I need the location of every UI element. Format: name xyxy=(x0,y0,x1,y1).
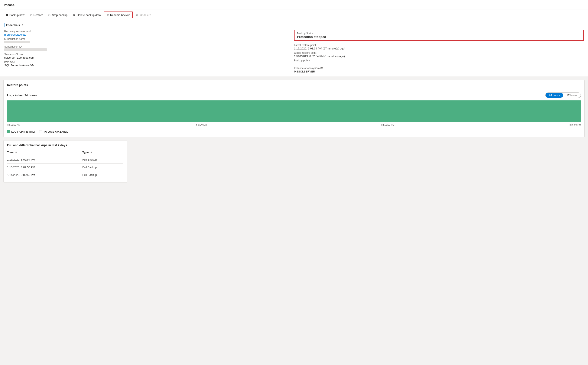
page-title: model xyxy=(0,0,588,10)
restore-points-title: Restore points xyxy=(4,80,584,89)
row-0-time: 1/16/2020, 8:02:54 PM xyxy=(7,156,83,163)
legend-label-log: LOG (POINT IN TIME) xyxy=(11,131,35,133)
oldest-restore-field: Oldest restore point 12/10/2019, 8:02:54… xyxy=(294,51,584,58)
delete-backup-icon: 🗑 xyxy=(73,13,76,17)
row-2-time: 1/14/2020, 8:02:55 PM xyxy=(7,171,83,179)
backup-policy-label: Backup policy xyxy=(294,59,584,62)
table-row: 1/14/2020, 8:02:55 PM Full Backup xyxy=(7,171,123,179)
resume-backup-label: Resume backup xyxy=(110,14,130,17)
essentials-left: Recovery services vault mercurysoftdelet… xyxy=(4,30,294,73)
full-diff-title: Full and differential backups in last 7 … xyxy=(4,140,127,149)
delete-backup-label: Delete backup data xyxy=(77,14,101,17)
server-cluster-label: Server or Cluster xyxy=(4,53,294,56)
row-1-type: Full Backup xyxy=(83,163,123,171)
time-toggle: 24 hours 72 hours xyxy=(545,92,581,98)
essentials-section: Essentials ∧ Recovery services vault mer… xyxy=(0,20,588,77)
resume-backup-button[interactable]: ↻ Resume backup xyxy=(104,12,133,18)
row-0-type: Full Backup xyxy=(83,156,123,163)
chart-area xyxy=(7,100,581,122)
type-sort-icon: ⇅ xyxy=(90,151,92,154)
legend-color-white xyxy=(39,130,42,133)
server-cluster-field: Server or Cluster sqlserver-1.contoso.co… xyxy=(4,53,294,59)
legend-item-log: LOG (POINT IN TIME) xyxy=(7,130,35,133)
restore-button[interactable]: ↩ Restore xyxy=(28,12,45,18)
table-row: 1/16/2020, 8:02:54 PM Full Backup xyxy=(7,156,123,163)
instance-value: MSSQLSERVER xyxy=(294,70,584,73)
instance-label: Instance or AlwaysOn AG xyxy=(294,67,584,70)
server-cluster-value: sqlserver-1.contoso.com xyxy=(4,56,294,59)
x-label-3: Fri 6:00 PM xyxy=(569,123,581,126)
item-type-value: SQL Server in Azure VM xyxy=(4,64,294,67)
undelete-button[interactable]: 🗑 Undelete xyxy=(134,12,153,18)
latest-restore-field: Latest restore point 1/17/2020, 6:01:34 … xyxy=(294,44,584,50)
subscription-id-value xyxy=(4,48,294,52)
stop-backup-icon: ⊘ xyxy=(48,13,51,17)
row-1-time: 1/15/2020, 8:02:56 PM xyxy=(7,163,83,171)
type-column-header[interactable]: Type ⇅ xyxy=(83,149,123,156)
table-row: 1/15/2020, 8:02:56 PM Full Backup xyxy=(7,163,123,171)
subscription-name-label: Subscription name xyxy=(4,37,294,41)
recovery-vault-label: Recovery services vault xyxy=(4,30,294,33)
chart-legend: LOG (POINT IN TIME) NO LOGS AVAILABLE xyxy=(7,129,581,133)
content-area: Essentials ∧ Recovery services vault mer… xyxy=(0,20,588,182)
essentials-chevron-icon: ∧ xyxy=(21,24,23,27)
legend-item-no-logs: NO LOGS AVAILABLE xyxy=(39,130,68,133)
full-diff-section: Full and differential backups in last 7 … xyxy=(3,140,127,182)
latest-restore-label: Latest restore point xyxy=(294,44,584,47)
oldest-restore-label: Oldest restore point xyxy=(294,51,584,54)
time-column-header[interactable]: Time ⇅ xyxy=(7,149,83,156)
subscription-id-label: Subscription ID xyxy=(4,45,294,48)
backup-now-button[interactable]: ◼ Backup now xyxy=(3,12,27,18)
table-container: Time ⇅ Type ⇅ 1/16/2020, 8:02:54 PM Full… xyxy=(4,149,127,182)
resume-backup-icon: ↻ xyxy=(106,13,109,17)
x-label-1: Fri 6:00 AM xyxy=(195,123,207,126)
chart-x-axis: Fri 12:00 AM Fri 6:00 AM Fri 12:00 PM Fr… xyxy=(7,123,581,126)
subscription-name-field: Subscription name xyxy=(4,37,294,44)
recovery-vault-field: Recovery services vault mercurysoftdelet… xyxy=(4,30,294,36)
backup-table: Time ⇅ Type ⇅ 1/16/2020, 8:02:54 PM Full… xyxy=(7,149,123,179)
undelete-icon: 🗑 xyxy=(136,13,139,17)
delete-backup-data-button[interactable]: 🗑 Delete backup data xyxy=(70,12,103,18)
subscription-name-value xyxy=(4,41,294,44)
instance-field: Instance or AlwaysOn AG MSSQLSERVER xyxy=(294,67,584,73)
chart-title: Logs in last 24 hours xyxy=(7,94,37,97)
stop-backup-label: Stop backup xyxy=(52,14,67,17)
item-type-label: Item type xyxy=(4,61,294,63)
oldest-restore-value: 12/10/2019, 8:02:54 PM (1 month(s) ago) xyxy=(294,55,584,58)
24-hours-button[interactable]: 24 hours xyxy=(546,93,563,98)
chart-container: Logs in last 24 hours 24 hours 72 hours … xyxy=(4,89,584,137)
time-sort-icon: ⇅ xyxy=(15,151,17,154)
type-column-label: Type xyxy=(83,151,89,154)
backup-status-value: Protection stopped xyxy=(297,35,581,39)
backup-status-label: Backup Status xyxy=(297,32,581,35)
subscription-id-field: Subscription ID xyxy=(4,45,294,52)
toolbar: ◼ Backup now ↩ Restore ⊘ Stop backup 🗑 D… xyxy=(0,10,588,20)
table-header-row: Time ⇅ Type ⇅ xyxy=(7,149,123,156)
time-column-label: Time xyxy=(7,151,14,154)
essentials-grid: Recovery services vault mercurysoftdelet… xyxy=(4,30,584,73)
legend-label-no-logs: NO LOGS AVAILABLE xyxy=(43,131,68,133)
recovery-vault-value[interactable]: mercurysoftdelete xyxy=(4,33,294,36)
chart-header: Logs in last 24 hours 24 hours 72 hours xyxy=(7,92,581,98)
x-label-0: Fri 12:00 AM xyxy=(7,123,20,126)
essentials-right: Backup Status Protection stopped Latest … xyxy=(294,30,584,73)
restore-label: Restore xyxy=(34,14,43,17)
backup-policy-field: Backup policy - xyxy=(294,59,584,65)
essentials-header: Essentials ∧ xyxy=(4,23,25,27)
legend-color-green xyxy=(7,130,10,133)
item-type-field: Item type SQL Server in Azure VM xyxy=(4,61,294,67)
restore-points-section: Restore points Logs in last 24 hours 24 … xyxy=(3,80,585,137)
latest-restore-value: 1/17/2020, 6:01:34 PM (27 minute(s) ago) xyxy=(294,47,584,50)
backup-policy-value: - xyxy=(294,62,584,65)
restore-icon: ↩ xyxy=(30,13,32,17)
x-label-2: Fri 12:00 PM xyxy=(381,123,394,126)
backup-now-label: Backup now xyxy=(9,14,25,17)
essentials-title: Essentials xyxy=(6,23,20,27)
72-hours-button[interactable]: 72 hours xyxy=(563,93,581,98)
undelete-label: Undelete xyxy=(140,14,151,17)
backup-status-box: Backup Status Protection stopped xyxy=(294,30,584,41)
stop-backup-button[interactable]: ⊘ Stop backup xyxy=(46,12,69,18)
backup-now-icon: ◼ xyxy=(6,13,8,17)
row-2-type: Full Backup xyxy=(83,171,123,179)
